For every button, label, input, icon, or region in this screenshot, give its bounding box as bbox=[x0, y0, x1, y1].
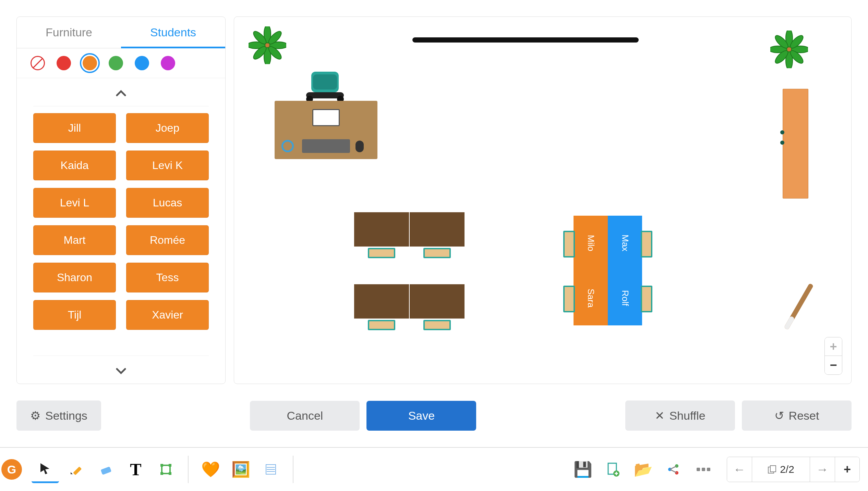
student-chip[interactable]: Mart bbox=[33, 225, 116, 255]
settings-button[interactable]: ⚙ Settings bbox=[16, 400, 101, 431]
tool-eraser[interactable] bbox=[92, 456, 119, 483]
page-navigation: ← 2/2 → + bbox=[727, 457, 860, 482]
color-magenta[interactable] bbox=[161, 56, 175, 70]
plant-decoration[interactable] bbox=[249, 26, 286, 64]
tool-favorite[interactable]: 🧡 bbox=[197, 456, 224, 483]
svg-rect-19 bbox=[313, 74, 337, 89]
tool-select[interactable] bbox=[32, 456, 59, 483]
shuffle-label: Shuffle bbox=[669, 409, 705, 422]
student-chip[interactable]: Levi K bbox=[126, 151, 209, 180]
page-indicator: 2/2 bbox=[752, 457, 810, 482]
cancel-button[interactable]: Cancel bbox=[250, 401, 360, 431]
student-chip[interactable]: Kaida bbox=[33, 151, 116, 180]
seat-label: Sara bbox=[586, 289, 596, 308]
teacher-desk[interactable] bbox=[275, 101, 377, 159]
gear-icon: ⚙ bbox=[30, 409, 40, 422]
shape-icon bbox=[159, 463, 173, 476]
zoom-out-button[interactable]: − bbox=[825, 356, 842, 374]
sidebar-tabs: Furniture Students bbox=[17, 17, 225, 48]
desk-pair[interactable] bbox=[354, 284, 465, 319]
student-desk[interactable] bbox=[410, 212, 465, 247]
save-button[interactable]: Save bbox=[366, 401, 476, 431]
student-chip[interactable]: Levi L bbox=[33, 188, 116, 218]
scroll-up[interactable] bbox=[17, 78, 225, 106]
tool-save-file[interactable]: 💾 bbox=[569, 456, 596, 483]
tool-image[interactable]: 🖼️ bbox=[227, 456, 254, 483]
pointer-stick[interactable] bbox=[784, 283, 813, 330]
tool-add-file[interactable] bbox=[599, 456, 627, 483]
svg-rect-23 bbox=[73, 467, 82, 475]
color-none[interactable] bbox=[31, 56, 45, 70]
tab-furniture[interactable]: Furniture bbox=[17, 17, 121, 48]
reset-icon: ↺ bbox=[774, 409, 784, 422]
page-next-button[interactable]: → bbox=[810, 457, 835, 482]
shuffle-button[interactable]: ✕ Shuffle bbox=[625, 400, 735, 431]
student-desk[interactable] bbox=[410, 284, 465, 319]
action-row: ⚙ Settings Cancel Save ✕ Shuffle ↺ Reset bbox=[0, 400, 868, 447]
color-orange[interactable] bbox=[83, 56, 97, 70]
seating-canvas[interactable]: Milo Max Sara Rolf + − bbox=[234, 16, 852, 384]
app-badge[interactable]: G bbox=[1, 459, 22, 480]
plant-icon bbox=[770, 31, 808, 68]
teacher-chair[interactable] bbox=[303, 68, 347, 103]
seat[interactable]: Milo bbox=[574, 216, 608, 271]
save-label: Save bbox=[408, 409, 435, 422]
whiteboard[interactable] bbox=[412, 37, 639, 43]
tool-pencil[interactable] bbox=[62, 456, 89, 483]
student-chip[interactable]: Lucas bbox=[126, 188, 209, 218]
color-red[interactable] bbox=[57, 56, 71, 70]
student-chip[interactable]: Jill bbox=[33, 113, 116, 143]
page-prev-button[interactable]: ← bbox=[727, 457, 752, 482]
student-chip[interactable]: Romée bbox=[126, 225, 209, 255]
seat[interactable]: Rolf bbox=[608, 271, 642, 325]
page-add-button[interactable]: + bbox=[835, 457, 859, 482]
svg-rect-42 bbox=[702, 468, 705, 471]
student-chip[interactable]: Joep bbox=[126, 113, 209, 143]
plant-decoration[interactable] bbox=[770, 31, 808, 68]
door[interactable] bbox=[783, 89, 808, 199]
cancel-label: Cancel bbox=[287, 409, 323, 422]
pencil-icon bbox=[69, 463, 82, 476]
zoom-controls: + − bbox=[824, 337, 842, 375]
svg-line-40 bbox=[670, 469, 677, 473]
image-icon: 🖼️ bbox=[231, 460, 250, 478]
mouse-icon bbox=[355, 141, 364, 152]
student-chip[interactable]: Sharon bbox=[33, 263, 116, 292]
keyboard-icon bbox=[302, 139, 350, 153]
reset-button[interactable]: ↺ Reset bbox=[742, 400, 852, 431]
color-blue[interactable] bbox=[135, 56, 149, 70]
seat[interactable]: Sara bbox=[574, 271, 608, 325]
shuffle-icon: ✕ bbox=[655, 409, 664, 422]
seat-label: Max bbox=[620, 235, 630, 251]
tool-open-folder[interactable]: 📂 bbox=[629, 456, 657, 483]
svg-line-39 bbox=[670, 466, 677, 469]
text-icon: T bbox=[130, 459, 141, 479]
svg-rect-24 bbox=[100, 466, 111, 475]
reset-label: Reset bbox=[789, 409, 819, 422]
chair-icon bbox=[368, 320, 395, 330]
tab-students[interactable]: Students bbox=[121, 17, 225, 48]
seat[interactable]: Max bbox=[608, 216, 642, 271]
page-label: 2/2 bbox=[780, 464, 794, 475]
desk-quad[interactable]: Milo Max Sara Rolf bbox=[574, 216, 642, 325]
student-chip[interactable]: Xavier bbox=[126, 300, 209, 330]
folder-icon: 📂 bbox=[634, 460, 653, 478]
share-icon bbox=[666, 463, 680, 476]
student-chip[interactable]: Tess bbox=[126, 263, 209, 292]
tool-lines[interactable] bbox=[257, 456, 285, 483]
file-add-icon bbox=[605, 462, 620, 477]
settings-label: Settings bbox=[45, 409, 87, 422]
scroll-down[interactable] bbox=[17, 356, 225, 384]
desk-pair[interactable] bbox=[354, 212, 465, 247]
color-green[interactable] bbox=[109, 56, 123, 70]
zoom-in-button[interactable]: + bbox=[825, 337, 842, 356]
student-chip[interactable]: Tijl bbox=[33, 300, 116, 330]
svg-rect-27 bbox=[169, 464, 171, 467]
svg-rect-28 bbox=[160, 472, 163, 475]
tool-shape[interactable] bbox=[152, 456, 180, 483]
tool-share[interactable] bbox=[660, 456, 687, 483]
tool-more[interactable] bbox=[690, 456, 717, 483]
student-desk[interactable] bbox=[354, 212, 409, 247]
student-desk[interactable] bbox=[354, 284, 409, 319]
tool-text[interactable]: T bbox=[122, 456, 149, 483]
